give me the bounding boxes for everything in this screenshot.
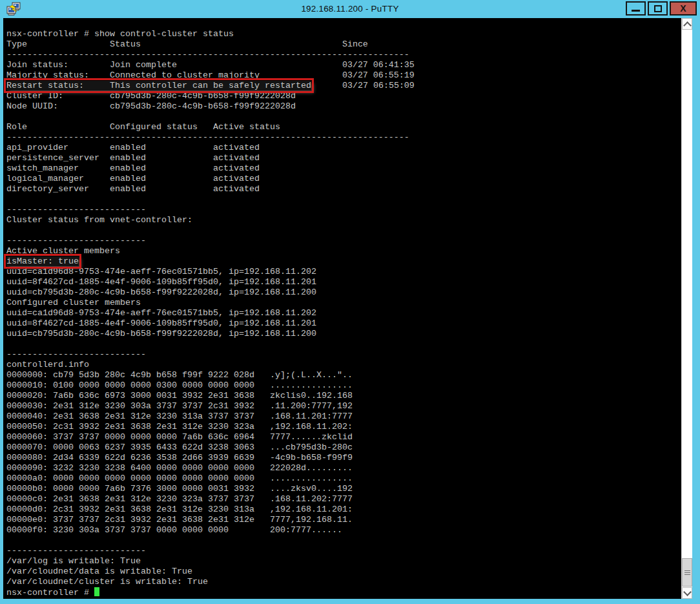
- terminal-line: uuid=ca1d96d8-9753-474e-aeff-76ec01571bb…: [6, 308, 681, 318]
- terminal-line: 0000000: cb79 5d3b 280c 4c9b b658 f99f 9…: [6, 370, 681, 380]
- scrollbar[interactable]: [681, 18, 692, 599]
- terminal-line: 0000040: 2e31 3638 2e31 312e 3230 313a 3…: [6, 411, 681, 422]
- terminal-line: 0000050: 2c31 3932 2e31 3638 2e31 312e 3…: [6, 422, 681, 432]
- annotation-box-ismaster: isMaster: true: [6, 256, 79, 266]
- terminal-line: ----------------------------------------…: [6, 50, 681, 60]
- terminal-line: 00000d0: 2c31 3932 2e31 3638 2e31 312e 3…: [6, 505, 681, 515]
- terminal-line: Majority status: Connected to cluster ma…: [6, 70, 681, 81]
- chevron-down-icon: [683, 588, 692, 596]
- terminal-line: nsx-controller # show control-cluster st…: [6, 29, 681, 39]
- window-title: 192.168.11.200 - PuTTY: [0, 4, 700, 14]
- terminal-line: ---------------------------: [6, 205, 681, 215]
- terminal-line: uuid=cb795d3b-280c-4c9b-b658-f99f9222028…: [6, 329, 681, 339]
- terminal-line: 0000070: 0000 0063 6237 3935 6433 622d 3…: [6, 443, 681, 453]
- maximize-icon: [654, 5, 662, 12]
- terminal-line: Restart status: This controller can be s…: [6, 81, 681, 91]
- terminal-cursor: [94, 587, 99, 596]
- scrollbar-grip-icon: [685, 572, 690, 573]
- close-icon: X: [680, 3, 686, 14]
- terminal-line: Cluster ID: cb795d3b-280c-4c9b-b658-f99f…: [6, 91, 681, 101]
- terminal-line: 0000060: 3737 3737 0000 0000 0000 7a6b 6…: [6, 432, 681, 443]
- terminal-line: ---------------------------: [6, 546, 681, 556]
- terminal-line: controllerd.info: [6, 360, 681, 370]
- terminal-line: 00000a0: 0000 0000 0000 0000 0000 0000 0…: [6, 474, 681, 484]
- scrollbar-thumb[interactable]: [682, 558, 692, 587]
- window-body: nsx-controller # show control-cluster st…: [3, 18, 692, 599]
- terminal-line: nsx-controller #: [6, 587, 681, 598]
- terminal-line: 00000e0: 3737 3737 2c31 3932 2e31 3638 2…: [6, 515, 681, 525]
- terminal-line: /var/cloudnet/data is writable: True: [6, 567, 681, 577]
- terminal-line: 0000090: 3232 3230 3238 6400 0000 0000 0…: [6, 463, 681, 474]
- terminal-line: persistence_server enabled activated: [6, 153, 681, 163]
- terminal-line: [6, 225, 681, 236]
- close-button[interactable]: X: [670, 1, 697, 16]
- terminal-line: 0000030: 2e31 312e 3230 303a 3737 3737 2…: [6, 401, 681, 411]
- terminal-line: [6, 194, 681, 205]
- minimize-button[interactable]: [626, 1, 646, 16]
- terminal-line: ----------------------------------------…: [6, 132, 681, 143]
- annotation-box-restart-status: Restart status: This controller can be s…: [6, 81, 311, 90]
- chevron-up-icon: [683, 21, 692, 30]
- terminal-line: ---------------------------: [6, 349, 681, 360]
- terminal-line: Active cluster members: [6, 246, 681, 256]
- terminal-line: ---------------------------: [6, 236, 681, 246]
- terminal-line: [6, 112, 681, 122]
- terminal-screen[interactable]: nsx-controller # show control-cluster st…: [3, 18, 681, 599]
- terminal-line: Configured cluster members: [6, 298, 681, 308]
- terminal-line: 0000020: 7a6b 636c 6973 3000 0031 3932 2…: [6, 391, 681, 401]
- terminal-line: uuid=8f4627cd-1885-4e4f-9006-109b85ff95d…: [6, 318, 681, 329]
- terminal-line: 00000f0: 3230 303a 3737 3737 0000 0000 0…: [6, 525, 681, 536]
- terminal-line: Cluster status from vnet-controller:: [6, 215, 681, 225]
- terminal-line: 00000b0: 0000 0000 7a6b 7376 3000 0000 0…: [6, 484, 681, 494]
- titlebar[interactable]: 192.168.11.200 - PuTTY X: [0, 0, 700, 18]
- terminal-line: uuid=cb795d3b-280c-4c9b-b658-f99f9222028…: [6, 287, 681, 298]
- terminal-line: /var/cloudnet/cluster is writable: True: [6, 577, 681, 587]
- terminal-line: logical_manager enabled activated: [6, 174, 681, 184]
- terminal-line: [6, 536, 681, 546]
- scroll-up-button[interactable]: [682, 18, 692, 30]
- terminal-line: uuid=ca1d96d8-9753-474e-aeff-76ec01571bb…: [6, 267, 681, 277]
- terminal-line: 0000080: 2d34 6339 622d 6236 3538 2d66 3…: [6, 453, 681, 463]
- scroll-down-button[interactable]: [682, 587, 692, 599]
- scrollbar-track[interactable]: [682, 30, 692, 587]
- terminal-line: /var/log is writable: True: [6, 556, 681, 567]
- minimize-icon: [632, 10, 640, 12]
- terminal-line: Type Status Since: [6, 39, 681, 50]
- terminal-line: Role Configured status Active status: [6, 122, 681, 132]
- window-controls: X: [626, 1, 697, 16]
- terminal-line: 0000010: 0100 0000 0000 0000 0300 0000 0…: [6, 380, 681, 391]
- terminal-line: isMaster: true: [6, 256, 681, 267]
- terminal-line: [6, 339, 681, 349]
- terminal-line: 00000c0: 2e31 3638 2e31 312e 3230 323a 3…: [6, 494, 681, 505]
- terminal-line: Node UUID: cb795d3b-280c-4c9b-b658-f99f9…: [6, 101, 681, 112]
- terminal-line: switch_manager enabled activated: [6, 163, 681, 174]
- terminal-line: directory_server enabled activated: [6, 184, 681, 194]
- terminal-line: api_provider enabled activated: [6, 143, 681, 153]
- putty-window: 192.168.11.200 - PuTTY X nsx-controller …: [0, 0, 700, 604]
- terminal-line: Join status: Join complete 03/27 06:41:3…: [6, 60, 681, 70]
- maximize-button[interactable]: [648, 1, 668, 16]
- terminal-line: uuid=8f4627cd-1885-4e4f-9006-109b85ff95d…: [6, 277, 681, 287]
